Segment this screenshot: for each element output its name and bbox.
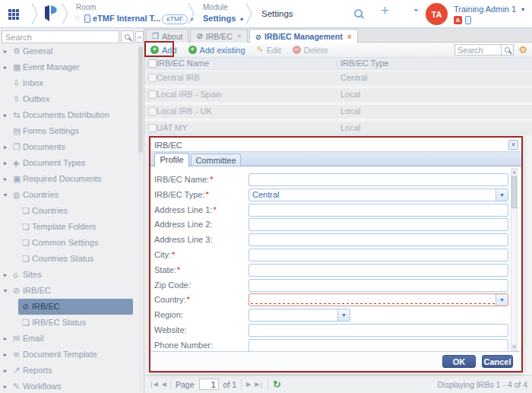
edit-button[interactable]: ✎Edit (257, 45, 281, 55)
scroll-up-icon[interactable]: ▲ (511, 169, 517, 176)
sidebar-item-forms-settings[interactable]: ▤Forms Settings (0, 123, 133, 139)
region-select[interactable]: ▼ (249, 309, 350, 322)
header-add-icon[interactable]: + (381, 2, 389, 19)
sidebar-search-input[interactable] (2, 30, 119, 43)
tab-profile[interactable]: Profile (154, 153, 189, 167)
close-icon[interactable]: × (347, 33, 352, 41)
user-avatar[interactable]: TA (426, 3, 448, 25)
chart-icon: ↗ (13, 363, 20, 379)
module-dropdown-caret-icon[interactable]: ▾ (240, 16, 243, 23)
phone-number-field[interactable] (249, 339, 508, 352)
state-field[interactable] (249, 264, 508, 277)
sidebar-item-irbec-status[interactable]: ❏IRB/EC Status (0, 315, 133, 331)
delete-button[interactable]: −Delete (293, 46, 328, 55)
irbec-type-select[interactable]: Central▼ (249, 189, 508, 201)
dialog-title: IRB/EC (154, 141, 182, 150)
sidebar-item-irbec-sub[interactable]: ⊘IRB/EC (18, 299, 133, 315)
sidebar-search-icon[interactable] (121, 30, 134, 43)
sidebar-item-email[interactable]: ▸✉Email (0, 331, 133, 347)
sidebar-item-label: IRB/EC Status (32, 315, 86, 331)
grid-search-input[interactable] (454, 44, 502, 55)
address-line-3-field[interactable] (249, 233, 508, 246)
sidebar-item-inbox[interactable]: ⇩Inbox (0, 75, 133, 91)
sidebar-item-countries-sub[interactable]: ❏Countries (0, 203, 133, 219)
column-header-name[interactable]: IRB/EC Name (157, 59, 209, 68)
address-line-1-field[interactable] (249, 204, 508, 217)
row-checkbox[interactable] (148, 90, 157, 99)
select-all-checkbox[interactable] (148, 59, 157, 68)
table-row[interactable]: Central IRB Central (144, 71, 532, 85)
form-row-irbec-type: IRB/EC Type:* Central▼ (150, 189, 521, 202)
sidebar-item-countries-status[interactable]: ❏Countries Status (0, 251, 133, 267)
user-dropdown-caret-icon[interactable]: ▾ (521, 6, 524, 13)
header-search-icon[interactable] (354, 9, 363, 19)
field-label: Region: (154, 310, 183, 319)
chevron-down-icon[interactable]: ▼ (496, 189, 508, 201)
next-page-icon[interactable]: ▶ (246, 381, 250, 388)
file-icon: ❏ (22, 203, 30, 219)
sidebar-item-event-manager[interactable]: ▸▦Event Manager (0, 59, 133, 75)
sidebar-item-documents[interactable]: ▸❐Documents (0, 139, 133, 155)
dialog-close-icon[interactable]: × (508, 140, 518, 150)
last-page-icon[interactable]: ▶❘ (255, 381, 263, 388)
sidebar-item-label: Common Settings (32, 235, 98, 251)
chevron-down-icon[interactable]: ▼ (496, 294, 508, 306)
page-number-input[interactable] (199, 379, 219, 390)
previous-page-icon[interactable]: ◀ (162, 381, 166, 388)
sidebar-item-general[interactable]: ▸⚙General (0, 43, 133, 59)
sidebar-scrollbar[interactable] (138, 45, 143, 391)
tab-irbec-management[interactable]: ⊘IRB/EC Management× (249, 29, 358, 43)
row-checkbox[interactable] (148, 124, 157, 132)
pencil-icon: ✎ (13, 379, 20, 393)
sidebar-item-template-folders[interactable]: ❏Template Folders (0, 219, 133, 235)
sidebar-item-outbox[interactable]: ⇧Outbox (0, 91, 133, 107)
sidebar-item-countries[interactable]: ▾◍Countries (0, 187, 133, 203)
circle-slash-icon: ⊘ (196, 32, 202, 40)
sidebar-item-workflows[interactable]: ▸✎Workflows (0, 379, 133, 393)
app-launcher-icon[interactable] (8, 9, 11, 12)
website-field[interactable] (249, 324, 508, 337)
add-existing-button[interactable]: +Add existing (188, 46, 245, 55)
chevron-down-icon[interactable]: ▼ (337, 309, 350, 321)
zip-code-field[interactable] (249, 279, 508, 292)
sidebar-item-reports[interactable]: ▸↗Reports (0, 363, 133, 379)
close-icon[interactable]: × (237, 32, 242, 40)
sidebar-item-common-settings[interactable]: ❏Common Settings (0, 235, 133, 251)
sidebar-item-required-documents[interactable]: ▸▣Required Documents (0, 171, 133, 187)
address-line-2-field[interactable] (249, 218, 508, 231)
row-checkbox[interactable] (148, 107, 157, 116)
required-asterisk: * (213, 205, 216, 214)
tab-committee[interactable]: Committee (191, 154, 241, 166)
column-header-type[interactable]: IRB/EC Type (340, 59, 388, 68)
table-row[interactable]: Local IRB - UK Local (144, 105, 532, 119)
table-row[interactable]: UAT MY Local (144, 122, 532, 135)
table-row[interactable]: Local IRB - Spain Local (144, 88, 532, 102)
scroll-down-icon[interactable]: ▼ (511, 344, 517, 350)
grid-search-icon[interactable] (502, 44, 514, 55)
sidebar-item-document-template[interactable]: ▸≡Document Template (0, 347, 133, 363)
sidebar-item-sites[interactable]: ▸⌂Sites (0, 267, 133, 283)
sidebar-item-document-types[interactable]: ▸◈Document Types (0, 155, 133, 171)
sidebar-item-documents-distribution[interactable]: ▸⇆Documents Distribution (0, 107, 133, 123)
user-name[interactable]: Training Admin 1 (454, 5, 516, 14)
module-name[interactable]: Settings (203, 14, 236, 23)
scrollbar-thumb[interactable] (511, 176, 517, 208)
tab-irbec[interactable]: ⊘IRB/EC× (190, 29, 247, 43)
refresh-icon[interactable]: ↻ (273, 379, 281, 390)
room-name[interactable]: eTMF Internal T... (93, 14, 160, 23)
sidebar-collapse-icon[interactable]: « (135, 31, 144, 43)
grid-settings-gear-icon[interactable]: ⚙ (518, 44, 527, 55)
document-icon: ❐ (13, 139, 21, 155)
ok-button[interactable]: OK (442, 355, 476, 368)
grid-search: ⚙ (454, 44, 527, 55)
irbec-name-field[interactable] (249, 173, 508, 186)
first-page-icon[interactable]: ❘◀ (149, 381, 157, 388)
selected-value: Central (252, 190, 279, 199)
sidebar-item-irbec[interactable]: ▾⊘IRB/EC (0, 283, 133, 299)
form-scrollbar[interactable]: ▲ ▼ (511, 168, 518, 351)
cancel-button[interactable]: Cancel (482, 355, 513, 368)
country-select[interactable]: ▼ (249, 293, 508, 306)
row-checkbox[interactable] (148, 74, 157, 82)
favorite-star-icon[interactable]: ☆ (74, 13, 81, 23)
city-field[interactable] (249, 249, 508, 261)
